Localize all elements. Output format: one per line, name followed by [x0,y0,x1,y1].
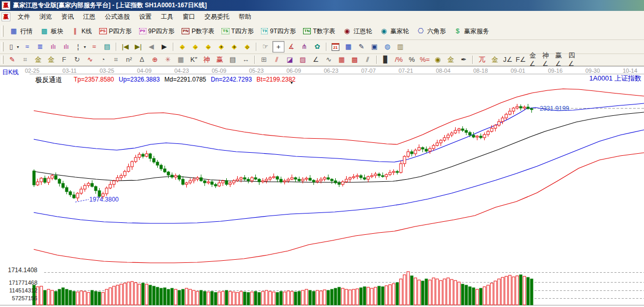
period-label[interactable]: 日K线 [2,68,19,77]
indicator-name[interactable]: 极反通道 [35,75,62,85]
tool-angle-measure[interactable]: ∡ [285,41,297,52]
tool-gann-grid[interactable]: ⌗ [19,54,31,65]
tool-gold-grid-b[interactable]: 金 [45,54,57,65]
tool-diamond-full[interactable]: ◆✛ [228,41,240,52]
tool-time-cycle[interactable]: ◔ [97,54,109,65]
tool-web-box[interactable]: ▨ [297,54,309,65]
toolbar-grip[interactable] [1,25,4,37]
toolbar-button-quotes[interactable]: ▦行情 [6,25,36,37]
toolbar-button-sectors[interactable]: ▩板块 [37,25,66,37]
tool-nav-last[interactable]: ▶| [132,41,144,52]
tool-fan-box[interactable]: ◪ [284,54,296,65]
tool-diamond-shrink[interactable]: ◆✶ [215,41,227,52]
tool-nav-next[interactable]: ▶ [158,41,170,52]
tool-candle-style-dropdown[interactable]: ¦▼ [73,41,87,52]
tool-price-brush[interactable]: ∿ [84,54,96,65]
toolbar-button-p-number-table[interactable]: PNP数字表 [179,25,217,37]
tool-percent[interactable]: % [406,54,418,65]
tool-k-tool[interactable]: K″ [188,54,200,65]
tool-h-ruler[interactable]: ↔ [240,54,252,65]
tool-web-sync[interactable]: ◍ [381,41,393,52]
menu-item-4[interactable]: 公式选股 [100,11,134,22]
toolbar-button-p-square[interactable]: PSP四方形 [96,25,135,37]
tool-si-angle[interactable]: 四∠ [567,54,579,65]
tool-kline-9[interactable]: ılı [60,41,72,52]
tool-f-angle[interactable]: F∠ [515,54,527,65]
menu-item-5[interactable]: 设置 [134,11,156,22]
tool-pitchfork-tool[interactable]: ⋔ [298,41,310,52]
tool-save[interactable]: ▣ [368,41,380,52]
tool-angle-a[interactable]: ∆ [136,54,148,65]
tool-spiral[interactable]: ↻ [71,54,83,65]
chart-canvas[interactable] [0,66,644,307]
tool-star-web[interactable]: ✳ [162,54,174,65]
tool-parallels[interactable]: ⫽ [362,54,374,65]
menu-item-2[interactable]: 资讯 [57,11,78,22]
tool-gold-circle[interactable]: ◉ [432,54,444,65]
toolbar-button-t-square[interactable]: TST四方形 [218,25,257,37]
tool-draw-mode-red[interactable]: ≈ [88,41,100,52]
tool-gold-underline[interactable]: 金 [489,54,501,65]
tool-gann-target[interactable]: ⊕ [149,54,161,65]
menu-item-8[interactable]: 交易委托 [200,11,234,22]
tool-fib-grid[interactable]: F [58,54,70,65]
tool-flag-brush[interactable]: ✒ [458,54,470,65]
tool-workstation[interactable]: ▥ [394,41,406,52]
tool-square-web[interactable]: ▦ [175,54,187,65]
tool-gold-grid-a[interactable]: 金 [32,54,44,65]
tool-percent-line[interactable]: %= [419,54,431,65]
tool-diamond-right[interactable]: ◆→ [189,41,201,52]
tool-draw-mode-blue[interactable]: ≈ [21,41,33,52]
tool-shen-grid[interactable]: 神 [201,54,213,65]
tool-stat-bars[interactable]: ▊ [380,54,392,65]
toolbar-grip[interactable] [1,42,4,51]
toolbar-button-kline[interactable]: ∥K线 [67,25,95,37]
tool-diamond-center[interactable]: ◆◇ [241,41,253,52]
tool-kline-3[interactable]: ılı [47,41,59,52]
tool-gold-angle[interactable]: 金∠ [528,54,540,65]
tool-brush-red[interactable]: ✎ [6,54,18,65]
toolbar-button-9t-square[interactable]: T99T四方形 [258,25,299,37]
tool-nav-prev[interactable]: ◀ [145,41,157,52]
tool-crosshair-tool[interactable]: ＋ [272,41,284,52]
tool-j-angle[interactable]: J∠ [502,54,514,65]
tool-red-grid-box[interactable]: ▩ [349,54,361,65]
toolbar-button-9p-square[interactable]: P99P四方形 [136,25,177,37]
toolbar-button-t-number-table[interactable]: TNT数字表 [300,25,338,37]
tool-win-grid[interactable]: 赢 [214,54,226,65]
indicator-dropdown-icon[interactable]: ▼ [290,81,294,85]
tool-gann-fan[interactable]: ⫽ [271,54,283,65]
menu-item-6[interactable]: 工具 [156,11,178,22]
menu-item-0[interactable]: 文件 [13,11,35,22]
menu-item-9[interactable]: 帮助 [234,11,256,22]
tool-calculator[interactable]: ▦ [342,41,354,52]
tool-bar-grid[interactable]: ⌗ [110,54,122,65]
tool-candle-period-dropdown[interactable]: ▯▼ [6,41,20,52]
menu-item-3[interactable]: 江恩 [78,11,100,22]
tool-volume-profile[interactable]: ▤ [101,41,113,52]
tool-nav-first[interactable]: |◀ [119,41,131,52]
tool-win-angle[interactable]: 赢∠ [554,54,566,65]
tool-pattern-tool[interactable]: ✿ [311,41,323,52]
toolbar-grip[interactable] [1,56,4,63]
tool-zigzag[interactable]: ∿ [323,54,335,65]
tool-shen-angle[interactable]: 神∠ [541,54,553,65]
tool-gold-level[interactable]: 金 [445,54,457,65]
toolbar-button-winner-service[interactable]: $赢家服务 [450,25,492,37]
tool-memo[interactable]: ✎ [355,41,367,52]
menu-item-7[interactable]: 窗口 [178,11,200,22]
tool-red-grid[interactable]: ▦ [336,54,348,65]
tool-diamond-left[interactable]: ◆← [176,41,188,52]
tool-ruler-123[interactable]: ▤ [227,54,239,65]
tool-n-square[interactable]: n² [123,54,135,65]
tool-calendar[interactable]: 21 [330,41,341,52]
tool-percent-slope[interactable]: /% [393,54,405,65]
toolbar-button-gann-wheel[interactable]: ◉江恩轮 [339,25,375,37]
tool-trend-angles[interactable]: ∠ [310,54,322,65]
menu-item-1[interactable]: 浏览 [35,11,57,22]
tool-quad-tool[interactable]: 兀 [476,54,488,65]
toolbar-button-winner-wheel[interactable]: ◉赢家轮 [376,25,412,37]
tool-hand-tool[interactable]: ☞ [259,41,271,52]
tool-formula-list[interactable]: ≣ [34,41,46,52]
tool-diamond-expand[interactable]: ◆↔ [202,41,214,52]
